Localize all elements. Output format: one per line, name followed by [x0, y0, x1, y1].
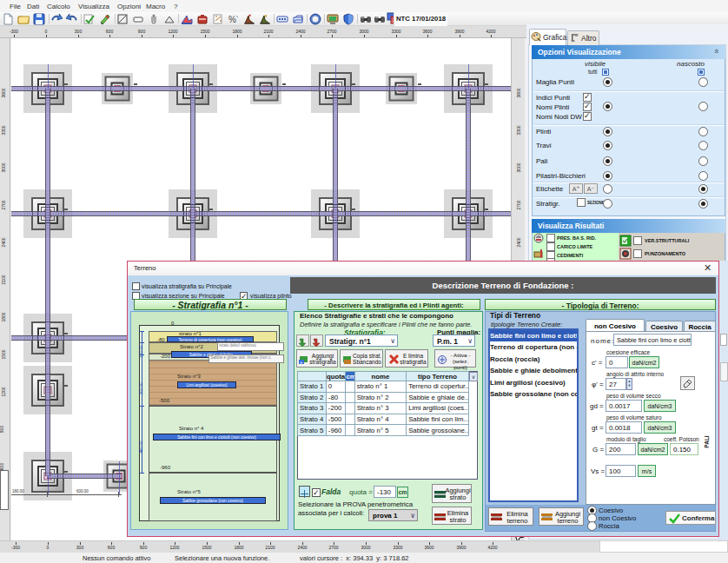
svg-text:+: +	[300, 360, 303, 365]
svg-text:12: 12	[361, 15, 366, 19]
svg-text:3D: 3D	[375, 15, 380, 19]
svg-text:%: %	[228, 15, 236, 24]
